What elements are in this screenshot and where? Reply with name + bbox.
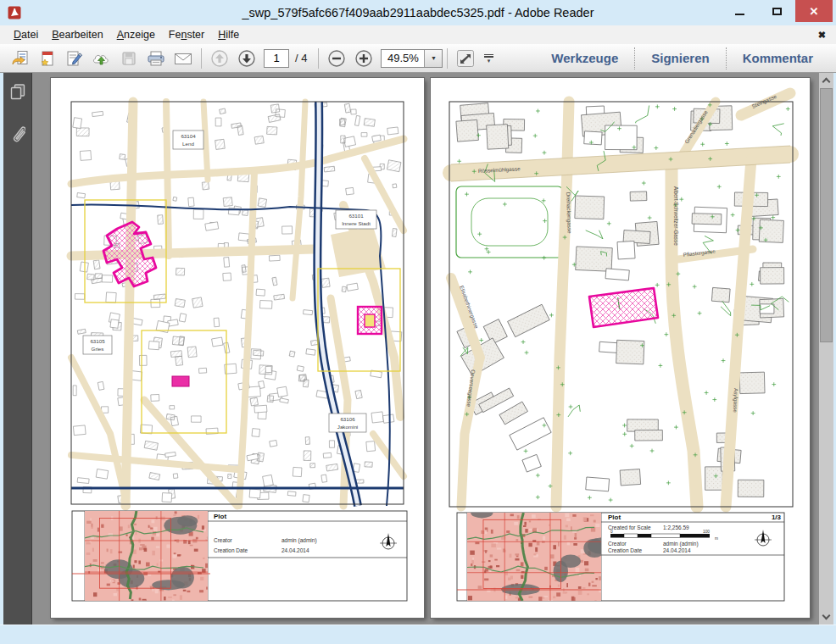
page-total-label: / 4 xyxy=(295,52,307,64)
svg-text:Creation Date: Creation Date xyxy=(214,547,248,553)
zoom-in-button[interactable] xyxy=(350,47,377,70)
park-area xyxy=(456,186,563,258)
window-frame-bottom xyxy=(0,625,836,644)
fit-page-icon xyxy=(455,48,476,69)
sign-document-button[interactable] xyxy=(61,47,88,70)
scroll-down-button[interactable] xyxy=(819,610,833,625)
svg-text:Lend: Lend xyxy=(182,141,194,147)
chevron-up-icon xyxy=(822,78,831,86)
close-button[interactable]: ✕ xyxy=(795,0,833,22)
svg-text:1:2,256.59: 1:2,256.59 xyxy=(663,525,689,530)
highlighted-parcel-small xyxy=(172,376,189,386)
werkzeuge-button[interactable]: Werkzeuge xyxy=(535,44,634,73)
plot-title: Plot xyxy=(608,514,621,521)
chevron-down-icon xyxy=(822,612,831,620)
navigation-pane xyxy=(3,73,32,625)
vertical-scrollbar[interactable] xyxy=(819,73,833,625)
menu-fenster[interactable]: Fenster xyxy=(162,25,211,44)
previous-page-button[interactable] xyxy=(206,47,233,70)
menu-anzeige[interactable]: Anzeige xyxy=(110,25,162,44)
open-button[interactable] xyxy=(7,47,34,70)
create-pdf-icon xyxy=(39,50,56,67)
signieren-button[interactable]: Signieren xyxy=(635,44,725,73)
svg-text:Creator: Creator xyxy=(608,541,627,547)
save-button[interactable] xyxy=(115,47,142,70)
svg-text:Innere Stadt: Innere Stadt xyxy=(342,220,371,226)
svg-text:0: 0 xyxy=(610,530,613,534)
river-mur xyxy=(71,102,404,506)
menubar: Datei Bearbeiten Anzeige Fenster Hilfe ✖ xyxy=(0,25,836,44)
plot-title: Plot xyxy=(214,513,226,520)
svg-text:63104: 63104 xyxy=(181,133,196,139)
svg-text:admin (admin): admin (admin) xyxy=(663,541,699,547)
plot-info-block: Plot Creator admin (admin) Creation Date… xyxy=(72,511,407,604)
send-to-cloud-button[interactable] xyxy=(88,47,115,70)
overflow-line-icon xyxy=(484,54,493,56)
street-network xyxy=(71,102,404,506)
highlighted-parcel xyxy=(589,288,658,327)
svg-text:Creation Date: Creation Date xyxy=(608,547,642,553)
email-icon xyxy=(173,50,193,67)
svg-text:24.04.2014: 24.04.2014 xyxy=(281,547,309,553)
toolbar-separator xyxy=(447,48,448,69)
zoom-level-value: 49.5% xyxy=(382,50,424,67)
zoom-out-button[interactable] xyxy=(323,47,350,70)
toolbar-separator xyxy=(318,48,319,69)
svg-text:63101: 63101 xyxy=(348,213,364,219)
zoom-level-combobox[interactable]: 49.5% ▼ xyxy=(381,49,443,68)
kommentar-button[interactable]: Kommentar xyxy=(727,44,829,73)
toolbar-separator xyxy=(201,48,202,69)
email-button[interactable] xyxy=(170,47,197,70)
toolbar-overflow-button[interactable]: ▾ xyxy=(479,47,498,70)
svg-text:Gries: Gries xyxy=(92,346,104,352)
create-pdf-button[interactable] xyxy=(34,47,61,70)
sign-document-icon xyxy=(65,50,84,67)
close-icon: ✕ xyxy=(810,5,819,18)
district-label: 63105 Gries xyxy=(83,336,112,354)
svg-text:Created for Scale: Created for Scale xyxy=(608,525,651,530)
zoom-out-icon xyxy=(326,48,347,69)
previous-page-icon xyxy=(209,48,230,69)
print-button[interactable] xyxy=(142,47,170,70)
zoom-caret-icon[interactable]: ▼ xyxy=(424,50,442,67)
attachments-button[interactable] xyxy=(10,124,25,146)
svg-text:63105: 63105 xyxy=(90,338,105,344)
satellite-thumbnail xyxy=(85,511,211,604)
next-page-button[interactable] xyxy=(233,47,260,70)
highlighted-parcel-east-core xyxy=(365,314,375,327)
page-thumbnails-button[interactable] xyxy=(9,83,26,100)
pdf-page-1: 63104 Lend 63101 Innere Stadt 63105 Grie… xyxy=(51,78,424,618)
menu-hilfe[interactable]: Hilfe xyxy=(211,25,246,44)
overflow-caret-icon: ▾ xyxy=(488,58,491,63)
svg-text:63106: 63106 xyxy=(340,416,355,422)
scrollbar-thumb[interactable] xyxy=(820,88,833,342)
svg-text:24.04.2014: 24.04.2014 xyxy=(663,547,691,553)
menubar-close-icon[interactable]: ✖ xyxy=(818,30,826,41)
svg-text:Creator: Creator xyxy=(214,537,233,543)
titlebar: _swp_579f5afc667f409aab2911aabdec5325.pd… xyxy=(0,0,836,25)
plot-info-block: Plot 1/3 Created for Scale 1:2,256.59 0 … xyxy=(457,508,784,604)
zoom-in-icon xyxy=(354,48,374,69)
district-label: 63101 Innere Stadt xyxy=(336,210,376,229)
svg-text:m: m xyxy=(715,536,718,541)
menu-bearbeiten[interactable]: Bearbeiten xyxy=(45,25,109,44)
district-label: 63104 Lend xyxy=(173,130,203,149)
page-number-input[interactable] xyxy=(264,49,289,68)
street-label: Albert-Schweitzer-Gasse xyxy=(673,186,679,246)
fit-page-button[interactable] xyxy=(452,47,479,70)
next-page-icon xyxy=(237,48,257,69)
svg-text:Jakomini: Jakomini xyxy=(337,424,358,430)
pdf-page-2: Rösselmühlgasse Grenadiergasse Steingass… xyxy=(431,78,810,618)
maximize-button[interactable] xyxy=(758,0,795,22)
scroll-up-button[interactable] xyxy=(819,73,833,87)
svg-text:100: 100 xyxy=(703,530,710,534)
menu-datei[interactable]: Datei xyxy=(7,25,45,44)
save-icon xyxy=(120,50,137,67)
minimize-button[interactable] xyxy=(721,0,758,22)
plot-page-indicator: 1/3 xyxy=(772,514,782,521)
window-title: _swp_579f5afc667f409aab2911aabdec5325.pd… xyxy=(0,0,836,25)
maximize-icon xyxy=(772,8,782,15)
document-area: 63104 Lend 63101 Innere Stadt 63105 Grie… xyxy=(32,73,819,625)
open-icon xyxy=(11,50,30,67)
toolbar-panels: Werkzeuge Signieren Kommentar xyxy=(535,44,829,73)
